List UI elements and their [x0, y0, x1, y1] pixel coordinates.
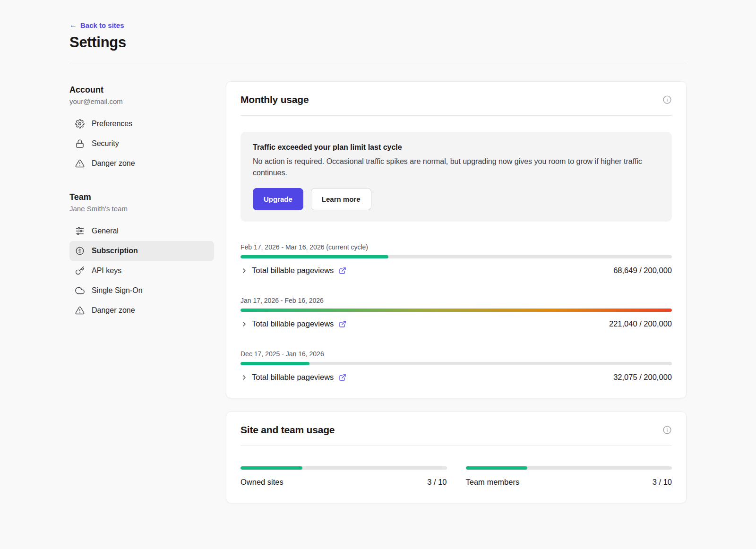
lock-icon — [75, 139, 85, 148]
owned-sites-value: 3 / 10 — [427, 478, 447, 487]
sidebar-item-label: Single Sign-On — [92, 286, 143, 295]
cycle-period: Feb 17, 2026 - Mar 16, 2026 (current cyc… — [241, 243, 672, 251]
expand-pageviews-row[interactable]: Total billable pageviews — [241, 373, 346, 382]
owned-sites-label: Owned sites — [241, 478, 284, 487]
monthly-usage-card: Monthly usage Traffic exceeded your plan… — [226, 81, 687, 398]
sidebar-item-general[interactable]: General — [69, 221, 214, 241]
pageviews-label: Total billable pageviews — [252, 266, 334, 275]
usage-progress-track — [241, 309, 672, 312]
sidebar-item-label: General — [92, 227, 119, 235]
external-link-icon[interactable] — [339, 267, 346, 274]
team-members-progress-track — [466, 466, 672, 470]
settings-layout: Account your@email.com Preferences Secur… — [69, 81, 687, 503]
info-circle-icon[interactable] — [662, 425, 672, 435]
usage-cycle-previous: Jan 17, 2026 - Feb 16, 2026 Total billab… — [241, 297, 672, 328]
card-divider — [241, 446, 672, 446]
gear-icon — [75, 119, 85, 129]
dollar-circle-icon — [75, 246, 85, 256]
usage-progress-fill — [241, 255, 388, 258]
settings-sidebar: Account your@email.com Preferences Secur… — [69, 81, 214, 503]
back-to-sites-link[interactable]: ← Back to sites — [69, 21, 124, 29]
team-members-value: 3 / 10 — [653, 478, 672, 487]
expand-pageviews-row[interactable]: Total billable pageviews — [241, 266, 346, 275]
back-arrow-icon: ← — [69, 21, 77, 29]
team-heading: Team — [69, 192, 214, 202]
warning-triangle-icon — [75, 306, 85, 315]
pageviews-value: 32,075 / 200,000 — [613, 373, 672, 382]
chevron-right-icon — [241, 320, 248, 328]
upgrade-button[interactable]: Upgrade — [253, 188, 303, 210]
sidebar-item-security[interactable]: Security — [69, 134, 214, 154]
external-link-icon[interactable] — [339, 374, 346, 381]
account-email: your@email.com — [69, 97, 214, 105]
team-members-label: Team members — [466, 478, 520, 487]
external-link-icon[interactable] — [339, 320, 346, 328]
sidebar-item-label: Subscription — [92, 247, 138, 255]
team-name: Jane Smith's team — [69, 205, 214, 213]
monthly-usage-title: Monthly usage — [241, 94, 309, 105]
pageviews-label: Total billable pageviews — [252, 319, 334, 328]
sidebar-item-label: Danger zone — [92, 306, 135, 315]
sidebar-item-subscription[interactable]: Subscription — [69, 241, 214, 261]
warning-triangle-icon — [75, 159, 85, 168]
pageviews-value: 68,649 / 200,000 — [613, 266, 672, 275]
settings-page: ← Back to sites Settings Account your@em… — [69, 0, 687, 503]
usage-progress-fill — [241, 362, 309, 365]
settings-screen: ← Back to sites Settings Account your@em… — [0, 0, 756, 549]
usage-progress-fill — [241, 309, 672, 312]
info-circle-icon[interactable] — [662, 95, 672, 104]
cycle-period: Jan 17, 2026 - Feb 16, 2026 — [241, 297, 672, 304]
team-members-progress-fill — [466, 466, 528, 470]
sidebar-item-danger-zone-team[interactable]: Danger zone — [69, 300, 214, 320]
sidebar-item-danger-zone-account[interactable]: Danger zone — [69, 154, 214, 173]
plan-limit-notice: Traffic exceeded your plan limit last cy… — [241, 132, 672, 222]
sidebar-item-label: Preferences — [92, 120, 132, 128]
team-section: Team Jane Smith's team General Subscript… — [69, 192, 214, 320]
sidebar-item-label: Danger zone — [92, 159, 135, 168]
usage-cycle-older: Dec 17, 2025 - Jan 16, 2026 Total billab… — [241, 350, 672, 382]
sidebar-item-api-keys[interactable]: API keys — [69, 261, 214, 281]
sidebar-item-preferences[interactable]: Preferences — [69, 114, 214, 134]
site-team-usage-title: Site and team usage — [241, 424, 335, 436]
owned-sites-metric: Owned sites 3 / 10 — [241, 462, 447, 487]
back-link-label: Back to sites — [80, 21, 124, 29]
owned-sites-progress-fill — [241, 466, 302, 470]
sidebar-item-label: Security — [92, 139, 119, 148]
page-title: Settings — [69, 34, 687, 51]
chevron-right-icon — [241, 267, 248, 274]
sliders-icon — [75, 226, 85, 236]
account-section: Account your@email.com Preferences Secur… — [69, 85, 214, 173]
usage-metrics: Owned sites 3 / 10 Team members 3 / 10 — [241, 462, 672, 487]
team-members-metric: Team members 3 / 10 — [466, 462, 672, 487]
pageviews-value: 221,040 / 200,000 — [609, 319, 672, 328]
header-divider — [69, 64, 687, 64]
owned-sites-progress-track — [241, 466, 447, 470]
cycle-period: Dec 17, 2025 - Jan 16, 2026 — [241, 350, 672, 358]
sidebar-item-single-sign-on[interactable]: Single Sign-On — [69, 281, 214, 300]
notice-title: Traffic exceeded your plan limit last cy… — [253, 143, 660, 152]
settings-content: Monthly usage Traffic exceeded your plan… — [226, 81, 687, 503]
usage-progress-track — [241, 362, 672, 365]
learn-more-button[interactable]: Learn more — [311, 188, 371, 210]
sidebar-item-label: API keys — [92, 266, 121, 275]
chevron-right-icon — [241, 374, 248, 381]
expand-pageviews-row[interactable]: Total billable pageviews — [241, 319, 346, 328]
site-team-usage-card: Site and team usage Owned sites — [226, 412, 687, 503]
usage-cycle-current: Feb 17, 2026 - Mar 16, 2026 (current cyc… — [241, 243, 672, 275]
cloud-icon — [75, 286, 85, 295]
account-heading: Account — [69, 85, 214, 95]
card-divider — [241, 115, 672, 116]
notice-body: No action is required. Occasional traffi… — [253, 156, 660, 179]
pageviews-label: Total billable pageviews — [252, 373, 334, 382]
usage-progress-track — [241, 255, 672, 258]
key-icon — [75, 266, 85, 275]
